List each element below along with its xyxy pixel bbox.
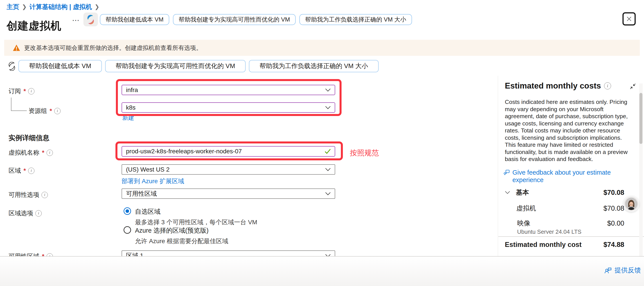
breadcrumb-chevron-icon: ❯	[22, 4, 27, 10]
region-label: 区域* i	[8, 166, 34, 175]
copilot-icon	[86, 15, 96, 24]
page-title: 创建虚拟机	[6, 19, 62, 33]
avatar-image	[625, 198, 638, 210]
breadcrumb-home-link[interactable]: 主页	[6, 3, 19, 12]
avatar[interactable]	[623, 196, 639, 212]
cost-item-row: 映像 $0.00	[505, 219, 624, 228]
suggestion-vm-size-button[interactable]: 帮助我为工作负载选择正确的 VM 大小	[249, 60, 379, 72]
panel-divider	[498, 76, 498, 256]
info-icon[interactable]: i	[28, 88, 34, 94]
footer-bar	[0, 256, 644, 286]
availability-options-dropdown[interactable]: 可用性区域	[122, 188, 335, 199]
deploy-extended-zone-link[interactable]: 部署到 Azure 扩展区域	[122, 177, 184, 185]
warning-icon	[13, 44, 20, 51]
create-new-resource-group-link[interactable]: 新建	[122, 114, 134, 122]
feedback-bubbles-icon	[504, 169, 510, 176]
breadcrumb: 主页 ❯ 计算基础结构 | 虚拟机 ❯	[6, 3, 100, 12]
zone-options-label: 区域选项 i	[8, 209, 42, 217]
cost-panel-header: Estimated monthly costs i	[505, 81, 611, 91]
info-icon[interactable]: i	[604, 82, 611, 89]
valid-checkmark-icon	[324, 148, 331, 154]
vm-name-label: 虚拟机名称* i	[8, 148, 53, 157]
chevron-down-icon	[505, 191, 510, 194]
suggestion-low-cost-vm-button[interactable]: 帮助我创建低成本 VM	[18, 60, 102, 72]
tree-connector	[11, 111, 27, 111]
availability-options-label: 可用性选项 i	[8, 191, 48, 199]
zone-option-azure-select[interactable]: Azure 选择的区域(预览版) 允许 Azure 根据需要分配最佳区域	[124, 226, 228, 245]
info-icon[interactable]: i	[46, 150, 53, 156]
radio-unselected-icon[interactable]	[124, 226, 131, 234]
warning-text: 更改基本选项可能会重置所做的选择。创建虚拟机前查看所有选项。	[24, 44, 202, 52]
vm-name-input[interactable]	[122, 146, 335, 157]
close-button[interactable]	[622, 12, 636, 26]
header-copilot-suggestions: 帮助我创建低成本 VM 帮助我创建专为实现高可用性而优化的 VM 帮助我为工作负…	[100, 14, 412, 25]
info-icon[interactable]: i	[54, 108, 60, 114]
copilot-button[interactable]	[84, 13, 98, 26]
warning-banner: 更改基本选项可能会重置所做的选择。创建虚拟机前查看所有选项。	[4, 40, 640, 56]
resource-group-dropdown[interactable]: k8s	[122, 102, 335, 113]
cost-panel-title: Estimated monthly costs	[505, 81, 601, 91]
suggestion-high-availability-button[interactable]: 帮助我创建专为实现高可用性而优化的 VM	[105, 60, 246, 72]
cost-group-row[interactable]: 基本 $70.08	[505, 188, 624, 197]
cost-panel-description: Costs indicated here are estimates only.…	[505, 98, 628, 163]
chevron-down-icon	[325, 168, 331, 171]
info-icon[interactable]: i	[28, 168, 34, 174]
zone-option-self-select[interactable]: 自选区域 最多选择 3 个可用性区域，每个区域一台 VM	[124, 207, 257, 226]
cost-item-subtext: Ubuntu Server 24.04 LTS	[517, 228, 582, 235]
collapse-panel-icon[interactable]	[630, 83, 636, 90]
scrollbar-thumb[interactable]	[640, 93, 642, 144]
divider	[498, 236, 644, 237]
info-icon[interactable]: i	[35, 210, 42, 217]
instance-details-heading: 实例详细信息	[8, 133, 50, 143]
give-feedback-link[interactable]: 提供反馈	[604, 266, 641, 275]
chevron-down-icon	[325, 88, 331, 92]
breadcrumb-vm-link[interactable]: 计算基础结构 | 虚拟机	[30, 3, 92, 12]
subscription-dropdown[interactable]: infra	[122, 85, 335, 95]
suggestion-high-availability-button[interactable]: 帮助我创建专为实现高可用性而优化的 VM	[173, 14, 296, 25]
region-dropdown[interactable]: (US) West US 2	[122, 164, 335, 175]
body-copilot-suggestions: 帮助我创建低成本 VM 帮助我创建专为实现高可用性而优化的 VM 帮助我为工作负…	[18, 60, 379, 72]
info-icon[interactable]: i	[42, 192, 48, 198]
suggestion-low-cost-vm-button[interactable]: 帮助我创建低成本 VM	[100, 14, 169, 25]
chevron-down-icon	[325, 106, 331, 109]
close-icon	[626, 15, 632, 23]
estimate-feedback-link[interactable]: Give feedback about your estimate experi…	[504, 169, 622, 184]
radio-selected-icon[interactable]	[124, 207, 131, 215]
cost-item-row: 虚拟机 $70.08	[505, 204, 624, 213]
person-feedback-icon	[604, 266, 612, 274]
suggestion-vm-size-button[interactable]: 帮助我为工作负载选择正确的 VM 大小	[300, 14, 412, 25]
chevron-down-icon	[325, 192, 331, 195]
tree-connector	[11, 98, 12, 111]
subscription-label: 订阅* i	[8, 87, 34, 95]
more-options-button[interactable]: ⋯	[72, 16, 80, 25]
breadcrumb-chevron-icon: ❯	[94, 4, 100, 10]
copilot-outline-icon	[8, 62, 16, 71]
cost-total-row: Estimated monthly cost $74.88	[505, 241, 624, 249]
resource-group-label: 资源组* i	[28, 107, 60, 115]
vm-name-annotation: 按照规范	[350, 148, 379, 158]
